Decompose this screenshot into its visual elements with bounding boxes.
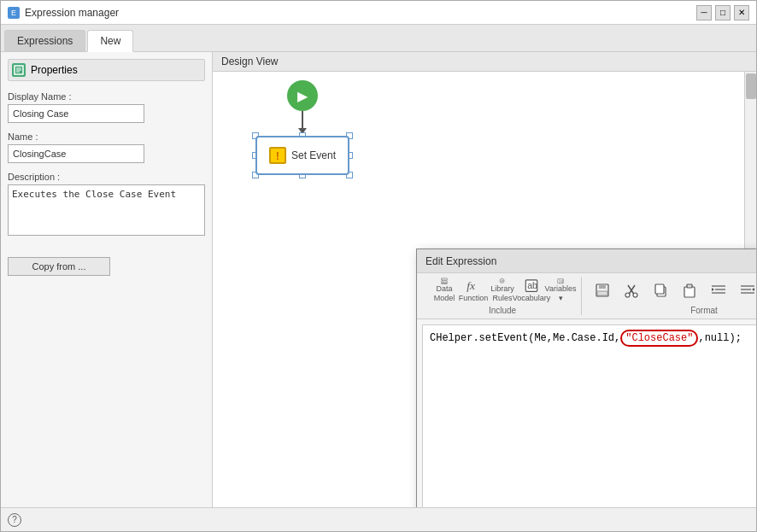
dialog-titlebar: Edit Expression − □ ✕	[417, 249, 756, 273]
start-node: ▶	[287, 80, 318, 111]
dialog-toolbar: DataModel fx Function	[417, 273, 756, 319]
include-label: Include	[431, 306, 574, 315]
paste-button[interactable]	[676, 277, 703, 304]
name-input[interactable]	[8, 144, 144, 163]
event-node-container: ! Set Event	[255, 136, 349, 175]
toolbar-group-format: Format	[582, 277, 756, 315]
expr-code-after: ,null);	[698, 332, 741, 344]
design-view-header: Design View	[213, 52, 756, 72]
data-model-button[interactable]: DataModel	[431, 277, 458, 304]
expr-highlighted: "CloseCase"	[620, 330, 698, 347]
event-node-label: Set Event	[291, 149, 336, 161]
description-textarea[interactable]: Executes the Close Case Event	[8, 184, 205, 236]
display-name-label: Display Name :	[8, 91, 205, 102]
warning-icon: !	[269, 147, 286, 164]
title-bar-left: E Expression manager	[8, 7, 119, 19]
svg-text:ab: ab	[527, 280, 537, 290]
close-button[interactable]: ✕	[734, 5, 749, 20]
window-title: Expression manager	[25, 7, 119, 19]
name-group: Name :	[8, 132, 205, 163]
tab-new[interactable]: New	[87, 30, 133, 52]
tab-expressions[interactable]: Expressions	[4, 30, 85, 51]
start-icon: ▶	[297, 88, 308, 104]
svg-rect-25	[684, 287, 695, 297]
data-model-label: DataModel	[434, 284, 455, 303]
set-event-node[interactable]: ! Set Event	[255, 136, 349, 175]
main-window: E Expression manager ─ □ ✕ Expressions N…	[0, 0, 757, 532]
function-label: Function	[459, 294, 489, 303]
right-panel: Design View ▶	[213, 52, 756, 507]
svg-text:(x): (x)	[559, 279, 564, 284]
svg-point-22	[633, 293, 637, 297]
svg-point-21	[625, 293, 630, 297]
title-bar-controls: ─ □ ✕	[696, 5, 749, 20]
left-panel: Properties Display Name : Name : Descrip…	[1, 52, 213, 507]
description-group: Description : Executes the Close Case Ev…	[8, 172, 205, 238]
svg-rect-24	[655, 284, 664, 294]
svg-text:fx: fx	[467, 279, 475, 292]
expr-code-before: CHelper.setEvent(Me,Me.Case.Id,	[430, 332, 620, 344]
maximize-button[interactable]: □	[715, 5, 731, 20]
bottom-bar: ?	[1, 507, 756, 531]
main-content: Properties Display Name : Name : Descrip…	[1, 52, 756, 507]
dialog-title: Edit Expression	[425, 255, 496, 267]
copy-button[interactable]	[647, 277, 674, 304]
cut-button[interactable]	[618, 277, 645, 304]
library-rules-label: LibraryRules	[490, 284, 514, 303]
flow-diagram: ▶	[255, 80, 349, 177]
properties-header: Properties	[8, 59, 205, 81]
minimize-button[interactable]: ─	[696, 5, 712, 20]
svg-marker-34	[752, 288, 754, 291]
title-bar: E Expression manager ─ □ ✕	[1, 1, 756, 25]
tab-bar: Expressions New	[1, 25, 756, 52]
indent-left-button[interactable]	[734, 277, 756, 304]
svg-rect-17	[599, 284, 606, 289]
variables-label: Variables ▾	[545, 284, 577, 303]
toolbar-group-include: DataModel fx Function	[424, 277, 582, 315]
indent-right-button[interactable]	[705, 277, 732, 304]
edit-expression-dialog[interactable]: Edit Expression − □ ✕	[416, 248, 756, 507]
save-button[interactable]	[589, 277, 616, 304]
design-view-label: Design View	[221, 56, 278, 67]
format-label: Format	[589, 306, 756, 315]
svg-marker-30	[712, 288, 714, 291]
display-name-group: Display Name :	[8, 91, 205, 123]
app-icon: E	[8, 7, 20, 19]
expression-editor[interactable]: CHelper.setEvent(Me,Me.Case.Id,"CloseCas…	[422, 324, 756, 507]
variables-button[interactable]: (x) Variables ▾	[547, 277, 574, 304]
vocabulary-button[interactable]: ab Vocabulary	[518, 277, 545, 304]
properties-label: Properties	[31, 64, 78, 76]
copy-from-button[interactable]: Copy from ...	[8, 257, 110, 276]
flow-connector-1	[302, 111, 303, 128]
help-icon[interactable]: ?	[8, 513, 21, 527]
properties-icon	[12, 63, 26, 77]
display-name-input[interactable]	[8, 104, 144, 123]
svg-rect-8	[442, 284, 448, 284]
description-label: Description :	[8, 172, 205, 182]
svg-rect-18	[597, 291, 607, 295]
svg-rect-26	[687, 284, 692, 288]
function-button[interactable]: fx Function	[460, 277, 487, 304]
scrollbar-thumb[interactable]	[746, 73, 756, 99]
name-label: Name :	[8, 132, 205, 142]
